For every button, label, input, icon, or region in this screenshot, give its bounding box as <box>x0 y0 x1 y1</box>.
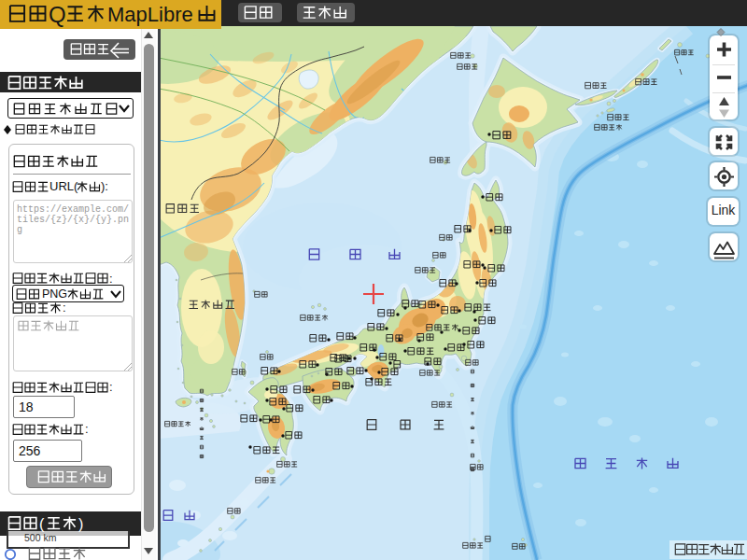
svg-text:MapLibre: MapLibre <box>107 3 193 26</box>
svg-text:):: ): <box>101 179 108 193</box>
svg-text:): ) <box>78 516 83 532</box>
svg-text::: : <box>109 380 113 394</box>
svg-text:URL(: URL( <box>49 179 78 193</box>
svg-text:https://example.com/: https://example.com/ <box>17 204 129 215</box>
svg-text:g: g <box>17 225 22 235</box>
svg-text::: : <box>85 422 89 436</box>
svg-text::: : <box>63 301 66 315</box>
svg-text:(: ( <box>39 516 45 532</box>
svg-text::: : <box>109 272 113 286</box>
svg-text:Q: Q <box>49 2 66 27</box>
svg-text:PNG: PNG <box>42 287 67 301</box>
svg-text:tiles/{z}/{x}/{y}.pn: tiles/{z}/{x}/{y}.pn <box>17 215 129 225</box>
